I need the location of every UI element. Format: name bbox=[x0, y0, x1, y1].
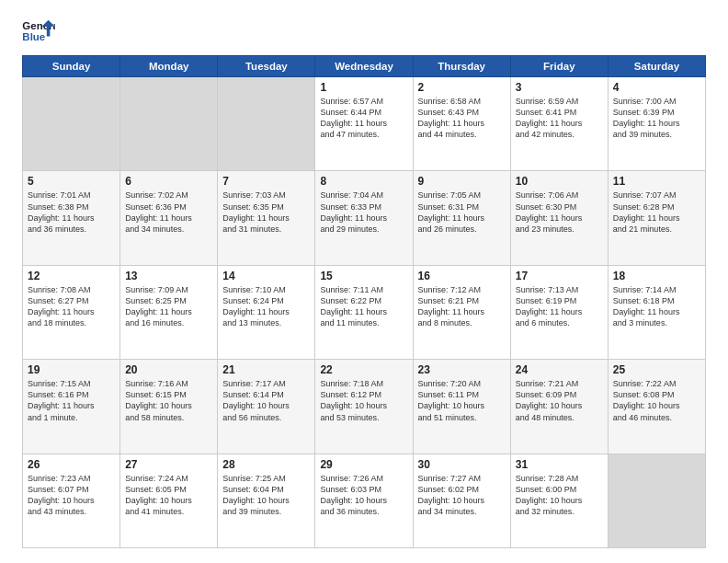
day-number: 15 bbox=[320, 270, 407, 282]
day-number: 29 bbox=[320, 458, 407, 471]
weekday-header-thursday: Thursday bbox=[413, 56, 510, 77]
day-number: 10 bbox=[516, 175, 603, 188]
calendar-cell: 10Sunrise: 7:06 AM Sunset: 6:30 PM Dayli… bbox=[510, 171, 608, 265]
calendar-cell: 5Sunrise: 7:01 AM Sunset: 6:38 PM Daylig… bbox=[23, 171, 120, 265]
weekday-header-sunday: Sunday bbox=[23, 56, 120, 77]
svg-text:Blue: Blue bbox=[22, 31, 45, 42]
day-info: Sunrise: 7:22 AM Sunset: 6:08 PM Dayligh… bbox=[613, 378, 700, 423]
weekday-header-saturday: Saturday bbox=[608, 56, 705, 77]
calendar-cell: 15Sunrise: 7:11 AM Sunset: 6:22 PM Dayli… bbox=[315, 265, 413, 359]
calendar-cell: 22Sunrise: 7:18 AM Sunset: 6:12 PM Dayli… bbox=[315, 360, 413, 454]
day-number: 1 bbox=[320, 81, 407, 94]
day-info: Sunrise: 6:57 AM Sunset: 6:44 PM Dayligh… bbox=[320, 96, 407, 141]
calendar-cell: 21Sunrise: 7:17 AM Sunset: 6:14 PM Dayli… bbox=[218, 360, 315, 454]
calendar-cell: 13Sunrise: 7:09 AM Sunset: 6:25 PM Dayli… bbox=[120, 265, 218, 359]
calendar-cell: 3Sunrise: 6:59 AM Sunset: 6:41 PM Daylig… bbox=[510, 77, 608, 171]
day-info: Sunrise: 7:16 AM Sunset: 6:15 PM Dayligh… bbox=[125, 378, 212, 423]
day-info: Sunrise: 7:21 AM Sunset: 6:09 PM Dayligh… bbox=[516, 378, 603, 423]
calendar-cell: 20Sunrise: 7:16 AM Sunset: 6:15 PM Dayli… bbox=[120, 360, 218, 454]
calendar-cell: 18Sunrise: 7:14 AM Sunset: 6:18 PM Dayli… bbox=[608, 265, 705, 359]
day-number: 27 bbox=[125, 458, 212, 471]
header: General Blue bbox=[22, 18, 706, 46]
calendar-row-4: 19Sunrise: 7:15 AM Sunset: 6:16 PM Dayli… bbox=[23, 360, 706, 454]
calendar-row-2: 5Sunrise: 7:01 AM Sunset: 6:38 PM Daylig… bbox=[23, 171, 706, 265]
day-info: Sunrise: 7:24 AM Sunset: 6:05 PM Dayligh… bbox=[125, 473, 212, 518]
day-info: Sunrise: 6:59 AM Sunset: 6:41 PM Dayligh… bbox=[516, 96, 603, 141]
day-number: 21 bbox=[222, 363, 310, 376]
day-number: 16 bbox=[418, 270, 506, 282]
day-number: 30 bbox=[418, 458, 506, 471]
day-info: Sunrise: 7:23 AM Sunset: 6:07 PM Dayligh… bbox=[28, 473, 115, 518]
day-number: 17 bbox=[516, 270, 603, 282]
calendar-cell: 17Sunrise: 7:13 AM Sunset: 6:19 PM Dayli… bbox=[510, 265, 608, 359]
calendar-cell: 31Sunrise: 7:28 AM Sunset: 6:00 PM Dayli… bbox=[510, 454, 608, 547]
day-number: 25 bbox=[613, 363, 700, 376]
day-info: Sunrise: 6:58 AM Sunset: 6:43 PM Dayligh… bbox=[418, 96, 506, 141]
day-info: Sunrise: 7:28 AM Sunset: 6:00 PM Dayligh… bbox=[516, 473, 603, 518]
day-info: Sunrise: 7:25 AM Sunset: 6:04 PM Dayligh… bbox=[222, 473, 310, 518]
calendar-cell: 28Sunrise: 7:25 AM Sunset: 6:04 PM Dayli… bbox=[218, 454, 315, 547]
weekday-header-tuesday: Tuesday bbox=[218, 56, 315, 77]
day-number: 5 bbox=[28, 175, 115, 188]
day-number: 31 bbox=[516, 458, 603, 471]
calendar-cell: 4Sunrise: 7:00 AM Sunset: 6:39 PM Daylig… bbox=[608, 77, 705, 171]
page: General Blue SundayMondayTuesdayWednesda… bbox=[0, 0, 728, 563]
calendar-cell: 24Sunrise: 7:21 AM Sunset: 6:09 PM Dayli… bbox=[510, 360, 608, 454]
day-info: Sunrise: 7:02 AM Sunset: 6:36 PM Dayligh… bbox=[125, 190, 212, 235]
day-info: Sunrise: 7:04 AM Sunset: 6:33 PM Dayligh… bbox=[320, 190, 407, 235]
calendar-cell: 12Sunrise: 7:08 AM Sunset: 6:27 PM Dayli… bbox=[23, 265, 120, 359]
day-info: Sunrise: 7:20 AM Sunset: 6:11 PM Dayligh… bbox=[418, 378, 506, 423]
day-info: Sunrise: 7:08 AM Sunset: 6:27 PM Dayligh… bbox=[28, 284, 115, 329]
calendar-cell: 1Sunrise: 6:57 AM Sunset: 6:44 PM Daylig… bbox=[315, 77, 413, 171]
calendar-cell bbox=[23, 77, 120, 171]
day-number: 7 bbox=[222, 175, 310, 188]
day-info: Sunrise: 7:14 AM Sunset: 6:18 PM Dayligh… bbox=[613, 284, 700, 329]
day-number: 6 bbox=[125, 175, 212, 188]
day-number: 23 bbox=[418, 363, 506, 376]
day-number: 13 bbox=[125, 270, 212, 282]
day-number: 12 bbox=[28, 270, 115, 282]
logo: General Blue bbox=[22, 18, 55, 46]
day-number: 18 bbox=[613, 270, 700, 282]
calendar-cell: 11Sunrise: 7:07 AM Sunset: 6:28 PM Dayli… bbox=[608, 171, 705, 265]
day-number: 22 bbox=[320, 363, 407, 376]
day-info: Sunrise: 7:11 AM Sunset: 6:22 PM Dayligh… bbox=[320, 284, 407, 329]
calendar-row-5: 26Sunrise: 7:23 AM Sunset: 6:07 PM Dayli… bbox=[23, 454, 706, 547]
calendar-cell: 16Sunrise: 7:12 AM Sunset: 6:21 PM Dayli… bbox=[413, 265, 510, 359]
day-number: 20 bbox=[125, 363, 212, 376]
day-info: Sunrise: 7:01 AM Sunset: 6:38 PM Dayligh… bbox=[28, 190, 115, 235]
calendar-cell: 2Sunrise: 6:58 AM Sunset: 6:43 PM Daylig… bbox=[413, 77, 510, 171]
day-info: Sunrise: 7:00 AM Sunset: 6:39 PM Dayligh… bbox=[613, 96, 700, 141]
day-number: 28 bbox=[222, 458, 310, 471]
calendar-cell: 23Sunrise: 7:20 AM Sunset: 6:11 PM Dayli… bbox=[413, 360, 510, 454]
day-number: 9 bbox=[418, 175, 506, 188]
calendar-row-1: 1Sunrise: 6:57 AM Sunset: 6:44 PM Daylig… bbox=[23, 77, 706, 171]
calendar-cell bbox=[608, 454, 705, 547]
calendar-row-3: 12Sunrise: 7:08 AM Sunset: 6:27 PM Dayli… bbox=[23, 265, 706, 359]
calendar-cell: 25Sunrise: 7:22 AM Sunset: 6:08 PM Dayli… bbox=[608, 360, 705, 454]
day-number: 26 bbox=[28, 458, 115, 471]
day-number: 2 bbox=[418, 81, 506, 94]
day-info: Sunrise: 7:12 AM Sunset: 6:21 PM Dayligh… bbox=[418, 284, 506, 329]
weekday-header-monday: Monday bbox=[120, 56, 218, 77]
day-info: Sunrise: 7:03 AM Sunset: 6:35 PM Dayligh… bbox=[222, 190, 310, 235]
day-info: Sunrise: 7:13 AM Sunset: 6:19 PM Dayligh… bbox=[516, 284, 603, 329]
day-info: Sunrise: 7:06 AM Sunset: 6:30 PM Dayligh… bbox=[516, 190, 603, 235]
logo-icon: General Blue bbox=[22, 18, 55, 46]
day-info: Sunrise: 7:15 AM Sunset: 6:16 PM Dayligh… bbox=[28, 378, 115, 423]
weekday-header-wednesday: Wednesday bbox=[315, 56, 413, 77]
day-info: Sunrise: 7:09 AM Sunset: 6:25 PM Dayligh… bbox=[125, 284, 212, 329]
day-number: 14 bbox=[222, 270, 310, 282]
calendar-cell: 29Sunrise: 7:26 AM Sunset: 6:03 PM Dayli… bbox=[315, 454, 413, 547]
day-info: Sunrise: 7:07 AM Sunset: 6:28 PM Dayligh… bbox=[613, 190, 700, 235]
day-info: Sunrise: 7:10 AM Sunset: 6:24 PM Dayligh… bbox=[222, 284, 310, 329]
weekday-header-friday: Friday bbox=[510, 56, 608, 77]
calendar-cell: 30Sunrise: 7:27 AM Sunset: 6:02 PM Dayli… bbox=[413, 454, 510, 547]
calendar-cell bbox=[218, 77, 315, 171]
weekday-header-row: SundayMondayTuesdayWednesdayThursdayFrid… bbox=[23, 56, 706, 77]
calendar-cell: 14Sunrise: 7:10 AM Sunset: 6:24 PM Dayli… bbox=[218, 265, 315, 359]
day-info: Sunrise: 7:18 AM Sunset: 6:12 PM Dayligh… bbox=[320, 378, 407, 423]
day-number: 3 bbox=[516, 81, 603, 94]
day-number: 19 bbox=[28, 363, 115, 376]
day-info: Sunrise: 7:27 AM Sunset: 6:02 PM Dayligh… bbox=[418, 473, 506, 518]
